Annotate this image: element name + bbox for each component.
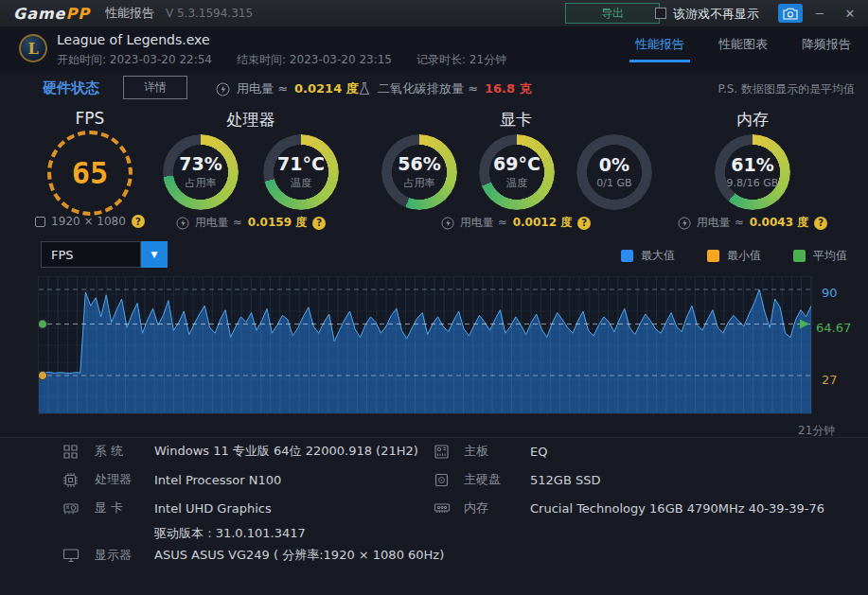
cpu-power-caption: 用电量 ≈ 0.0159 度 ?: [170, 215, 331, 231]
resolution-icon: [35, 217, 45, 227]
co2-label: 二氧化碳排放量 ≈: [378, 80, 478, 97]
legend-max[interactable]: 最大值: [621, 248, 675, 264]
gamepp-window: GamePP 性能报告 V 5.3.1594.315 导出 该游戏不再显示 ─ …: [0, 0, 868, 595]
mem-power-label: 用电量 ≈: [697, 215, 744, 231]
cpu-power-label: 用电量 ≈: [195, 215, 242, 231]
gpu-usage-gauge: 56%占用率: [381, 134, 457, 210]
gpu-temp-gauge: 69°C温度: [479, 134, 555, 210]
duration: 记录时长: 21分钟: [416, 52, 506, 68]
gamepp-logo: GamePP: [13, 5, 90, 23]
co2-value: 16.8 克: [485, 80, 532, 97]
power-icon: [176, 217, 189, 230]
game-name: League of Legends.exe: [57, 32, 210, 47]
chart-legend: 最大值 最小值 平均值: [621, 248, 847, 264]
cpu-help-icon[interactable]: ?: [312, 217, 326, 230]
gpu-usage-label: 占用率: [404, 176, 435, 190]
mem-power-value: 0.0043 度: [750, 215, 808, 231]
legend-avg-swatch: [793, 250, 806, 262]
mem-usage-label: 9.8/16 GB: [727, 177, 779, 189]
cpu-temp-label: 温度: [291, 176, 311, 190]
motherboard-icon: [434, 444, 458, 460]
power-icon: [441, 217, 454, 230]
hide-game-label: 该游戏不再显示: [673, 6, 759, 23]
ram-icon: [434, 501, 458, 515]
cpu-section-title: 处理器: [161, 109, 341, 131]
legend-avg[interactable]: 平均值: [793, 248, 847, 264]
end-time: 结束时间: 2023-03-20 23:15: [237, 52, 392, 68]
camera-icon: [783, 8, 798, 20]
fps-resolution: 1920 × 1080: [51, 215, 126, 228]
cpu-icon: [62, 472, 87, 488]
fps-section-title: FPS: [19, 109, 161, 128]
co2-item: 二氧化碳排放量 ≈ 16.8 克: [358, 80, 532, 97]
mem-usage-gauge: 61%9.8/16 GB: [715, 134, 790, 210]
disk-value: 512GB SSD: [530, 473, 600, 487]
tab-performance-chart[interactable]: 性能图表: [718, 36, 768, 62]
tab-performance-report[interactable]: 性能报告: [635, 36, 684, 62]
fps-resolution-caption: 1920 × 1080 ?: [19, 215, 161, 228]
average-note: P.S. 数据图显示的是平均值: [718, 81, 855, 97]
gpu-value: Intel UHD Graphics: [154, 501, 272, 516]
tab-throttle-report[interactable]: 降频报告: [802, 36, 851, 62]
game-icon: L: [19, 34, 47, 62]
total-power-value: 0.0214 度: [294, 80, 359, 97]
gpu-vram-label: 0/1 GB: [596, 177, 631, 189]
gpu-power-value: 0.0012 度: [513, 215, 572, 231]
monitor-value: ASUS ASUS VG249 ( 分辨率:1920 × 1080 60Hz): [154, 547, 444, 564]
motherboard-value: EQ: [530, 445, 547, 459]
minimize-button[interactable]: ─: [806, 0, 833, 26]
report-header: L League of Legends.exe 开始时间: 2023-03-20…: [0, 26, 868, 72]
cpu-power-value: 0.0159 度: [248, 215, 307, 231]
driver-value: 驱动版本 : 31.0.101.3417: [154, 525, 306, 542]
gpu-temp-label: 温度: [506, 176, 527, 190]
cpu-label: 处理器: [95, 471, 150, 488]
gpu-usage-value: 56%: [398, 154, 440, 174]
disk-icon: [434, 472, 458, 488]
legend-min[interactable]: 最小值: [707, 248, 761, 264]
gpu-help-icon[interactable]: ?: [577, 217, 591, 230]
logo-text-pp: PP: [65, 5, 89, 23]
fps-value: 65: [72, 155, 109, 191]
cpu-usage-label: 占用率: [186, 176, 217, 190]
hide-game-checkbox[interactable]: [655, 8, 666, 19]
version-label: V 5.3.1594.315: [166, 7, 253, 20]
cpu-value: Intel Processor N100: [154, 473, 281, 487]
min-marker-dot: [39, 372, 47, 380]
gpu-vram-gauge: 0%0/1 GB: [576, 134, 652, 210]
legend-max-swatch: [621, 250, 633, 262]
logo-text-game: Game: [13, 5, 65, 23]
hardware-status-title: 硬件状态: [43, 79, 99, 97]
cpu-usage-gauge: 73%占用率: [163, 134, 239, 210]
motherboard-label: 主板: [464, 443, 519, 460]
fps-chart: [38, 276, 812, 414]
screenshot-button[interactable]: [778, 4, 803, 23]
detail-button[interactable]: 详情: [123, 76, 187, 99]
metric-selector[interactable]: FPS ▼: [41, 241, 168, 268]
co2-flask-icon: [358, 81, 371, 96]
system-value: Windows 11 专业版 64位 22000.918 (21H2): [154, 443, 418, 460]
report-tabs: 性能报告 性能图表 降频报告: [635, 36, 851, 62]
ram-label: 内存: [464, 499, 519, 516]
gpu-vram-value: 0%: [599, 155, 629, 175]
close-button[interactable]: ✕: [837, 0, 863, 26]
system-icon: [62, 444, 87, 460]
metric-selector-value[interactable]: FPS: [41, 241, 141, 268]
fps-help-icon[interactable]: ?: [132, 215, 145, 228]
chevron-down-icon[interactable]: ▼: [141, 241, 168, 268]
titlebar: GamePP 性能报告 V 5.3.1594.315 导出 该游戏不再显示 ─ …: [0, 0, 868, 26]
fps-area-chart: [39, 277, 811, 413]
y-axis-max-label: 90: [822, 286, 838, 300]
mem-usage-value: 61%: [731, 155, 773, 175]
gpu-section-title: 显卡: [426, 109, 606, 131]
gpu-power-label: 用电量 ≈: [460, 215, 507, 231]
ram-value: Crucial Technology 16GB 4790MHz 40-39-39…: [530, 501, 824, 516]
power-icon: [678, 217, 691, 230]
session-times: 开始时间: 2023-03-20 22:54 结束时间: 2023-03-20 …: [57, 52, 506, 68]
monitor-label: 显示器: [95, 547, 150, 564]
mem-help-icon[interactable]: ?: [814, 217, 827, 230]
avg-marker-dot: [39, 320, 47, 328]
app-title: 性能报告: [105, 5, 154, 22]
disk-label: 主硬盘: [464, 471, 519, 488]
export-button[interactable]: 导出: [565, 3, 660, 24]
gpu-temp-value: 69°C: [493, 154, 540, 174]
